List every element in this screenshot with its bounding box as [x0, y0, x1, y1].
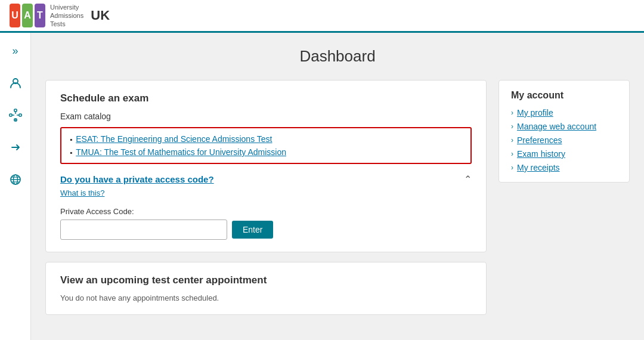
logo-boxes: U A T	[10, 4, 45, 27]
list-item: › My receipts	[511, 163, 617, 172]
enter-button[interactable]: Enter	[232, 221, 273, 239]
list-item: › Preferences	[511, 135, 617, 145]
schedule-card-title: Schedule an exam	[60, 92, 472, 104]
exam-catalog-label: Exam catalog	[60, 112, 472, 121]
list-item: ▪ ESAT: The Engineering and Science Admi…	[70, 134, 462, 144]
access-code-header[interactable]: Do you have a private access code? ⌃	[60, 174, 472, 185]
logo: U A T University Admissions Tests UK	[10, 3, 110, 29]
account-links-list: › My profile › Manage web account › Pref…	[511, 108, 617, 172]
appointment-card: View an upcoming test center appointment…	[45, 262, 487, 315]
side-column: My account › My profile › Manage web acc…	[499, 80, 630, 315]
manage-web-account-link[interactable]: Manage web account	[517, 122, 596, 131]
logo-org-text: University Admissions Tests	[50, 3, 83, 29]
access-code-label: Private Access Code:	[60, 207, 472, 216]
preferences-link[interactable]: Preferences	[517, 135, 562, 145]
main-content: Dashboard Schedule an exam Exam catalog …	[31, 33, 644, 340]
svg-rect-2	[10, 114, 12, 116]
sidebar-chevrons-icon[interactable]: »	[5, 40, 26, 61]
logo-a: A	[22, 4, 33, 27]
my-profile-link[interactable]: My profile	[517, 108, 553, 118]
chevron-right-icon: ›	[511, 122, 513, 131]
what-is-this-link[interactable]: What is this?	[60, 188, 472, 197]
schedule-card: Schedule an exam Exam catalog ▪ ESAT: Th…	[45, 80, 487, 252]
page-title: Dashboard	[45, 47, 630, 66]
logo-t: T	[35, 4, 45, 27]
sidebar-arrow-icon[interactable]	[5, 137, 26, 158]
account-card-title: My account	[511, 90, 617, 101]
exam-history-link[interactable]: Exam history	[517, 149, 565, 159]
access-code-input[interactable]	[60, 220, 227, 240]
appointment-subtitle: You do not have any appointments schedul…	[60, 293, 472, 302]
list-item: › Exam history	[511, 149, 617, 159]
svg-rect-1	[14, 109, 17, 112]
two-col-layout: Schedule an exam Exam catalog ▪ ESAT: Th…	[45, 80, 630, 315]
appointment-card-title: View an upcoming test center appointment	[60, 274, 472, 286]
chevron-right-icon: ›	[511, 136, 513, 144]
bullet-icon: ▪	[70, 149, 72, 157]
access-code-row: Enter	[60, 220, 472, 240]
my-receipts-link[interactable]: My receipts	[517, 163, 560, 172]
sidebar-network-icon[interactable]	[5, 104, 26, 126]
bullet-icon: ▪	[70, 135, 72, 144]
list-item: ▪ TMUA: The Test of Mathematics for Univ…	[70, 147, 462, 157]
esat-link[interactable]: ESAT: The Engineering and Science Admiss…	[76, 134, 272, 144]
tmua-link[interactable]: TMUA: The Test of Mathematics for Univer…	[76, 147, 286, 157]
top-bar: U A T University Admissions Tests UK	[0, 0, 644, 33]
sidebar-user-icon[interactable]	[5, 72, 26, 94]
chevron-right-icon: ›	[511, 150, 513, 158]
list-item: › Manage web account	[511, 122, 617, 131]
list-item: › My profile	[511, 108, 617, 118]
chevron-up-icon: ⌃	[464, 174, 472, 185]
logo-uk: UK	[91, 8, 110, 23]
logo-u: U	[10, 4, 20, 27]
main-column: Schedule an exam Exam catalog ▪ ESAT: Th…	[45, 80, 487, 315]
sidebar: »	[0, 33, 31, 340]
access-code-title: Do you have a private access code?	[60, 174, 214, 184]
chevron-right-icon: ›	[511, 109, 513, 117]
exam-list-box: ▪ ESAT: The Engineering and Science Admi…	[60, 127, 472, 164]
svg-rect-3	[19, 114, 21, 116]
chevron-right-icon: ›	[511, 163, 513, 172]
main-layout: »	[0, 33, 644, 340]
sidebar-globe-icon[interactable]	[5, 169, 26, 190]
account-card: My account › My profile › Manage web acc…	[499, 80, 630, 183]
